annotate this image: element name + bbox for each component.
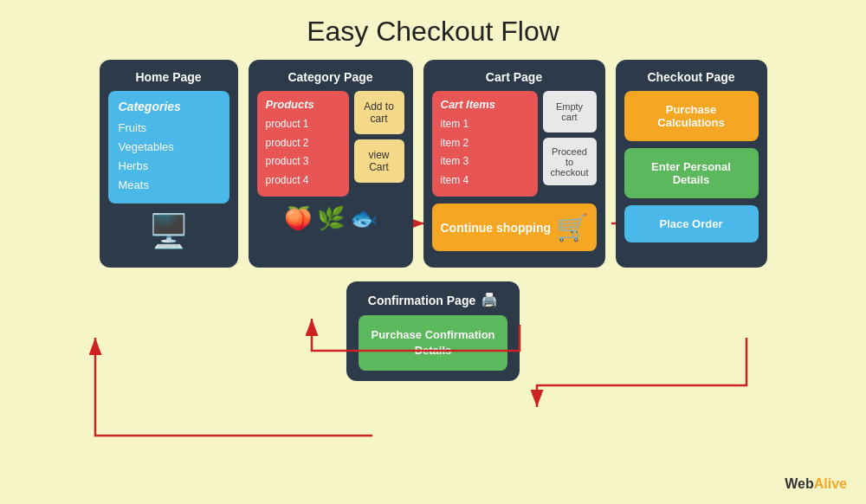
cart-items-title: Cart Items xyxy=(441,98,529,111)
product-item-1: product 1 xyxy=(266,115,340,134)
category-item-fruits: Fruits xyxy=(119,119,219,138)
brand-web: Web xyxy=(785,476,813,491)
checkout-buttons: Purchase Calculations Enter Personal Det… xyxy=(624,91,759,242)
herb-emoji: 🌿 xyxy=(317,205,345,232)
checkout-page-card: Checkout Page Purchase Calculations Ente… xyxy=(616,60,767,268)
brand-alive: Alive xyxy=(814,476,847,491)
category-buttons: Add to cart view Cart xyxy=(354,91,404,197)
continue-shopping-text: Continue shopping xyxy=(441,220,552,236)
fish-emoji: 🐟 xyxy=(350,205,378,232)
cart-inner: Cart Items item 1 item 2 item 3 item 4 E… xyxy=(432,91,597,197)
products-box: Products product 1 product 2 product 3 p… xyxy=(257,91,349,197)
cart-buttons: Empty cart Proceed to checkout xyxy=(543,91,597,197)
empty-cart-button[interactable]: Empty cart xyxy=(543,91,597,132)
receipt-icon: 🖨️ xyxy=(481,292,498,308)
cart-item-2: item 2 xyxy=(441,134,529,153)
page-title: Easy Checkout Flow xyxy=(0,0,866,60)
add-to-cart-button[interactable]: Add to cart xyxy=(354,91,404,134)
categories-box: Categories Fruits Vegetables Herbs Meats xyxy=(108,91,229,204)
confirmation-page-card: Confirmation Page 🖨️ Purchase Confirmati… xyxy=(346,281,520,381)
category-inner: Products product 1 product 2 product 3 p… xyxy=(257,91,404,197)
product-emojis: 🍑 🌿 🐟 xyxy=(257,205,404,232)
product-item-3: product 3 xyxy=(266,152,340,171)
category-page-card: Category Page Products product 1 product… xyxy=(249,60,413,268)
view-cart-button[interactable]: view Cart xyxy=(354,139,404,183)
continue-shopping-button[interactable]: Continue shopping 🛒 xyxy=(432,204,597,251)
categories-list: Fruits Vegetables Herbs Meats xyxy=(119,119,219,195)
fruit-emoji: 🍑 xyxy=(284,205,312,232)
products-list: product 1 product 2 product 3 product 4 xyxy=(266,115,340,190)
confirmation-section: Confirmation Page 🖨️ Purchase Confirmati… xyxy=(0,281,866,381)
products-title: Products xyxy=(266,98,340,111)
place-order-button[interactable]: Place Order xyxy=(624,205,759,242)
cart-item-4: item 4 xyxy=(441,171,529,191)
category-item-meats: Meats xyxy=(119,176,219,195)
cart-item-3: item 3 xyxy=(441,152,529,171)
branding: WebAlive xyxy=(785,476,847,492)
category-item-herbs: Herbs xyxy=(119,157,219,176)
cart-page-title: Cart Page xyxy=(432,70,597,84)
home-page-card: Home Page Categories Fruits Vegetables H… xyxy=(100,60,238,268)
categories-title: Categories xyxy=(119,100,219,113)
checkout-page-title: Checkout Page xyxy=(624,70,759,84)
confirmation-title-row: Confirmation Page 🖨️ xyxy=(359,292,507,308)
category-item-vegetables: Vegetables xyxy=(119,138,219,157)
purchase-calculations-button[interactable]: Purchase Calculations xyxy=(624,91,759,141)
category-page-title: Category Page xyxy=(257,70,404,84)
proceed-to-checkout-button[interactable]: Proceed to checkout xyxy=(543,138,597,185)
cart-item-1: item 1 xyxy=(441,115,529,134)
confirmation-details-button[interactable]: Purchase Confirmation Details xyxy=(359,315,507,371)
flow-diagram: Home Page Categories Fruits Vegetables H… xyxy=(0,60,866,268)
confirmation-page-title: Confirmation Page xyxy=(368,294,475,307)
product-item-2: product 2 xyxy=(266,134,340,153)
product-item-4: product 4 xyxy=(266,171,340,191)
enter-personal-details-button[interactable]: Enter Personal Details xyxy=(624,148,759,198)
home-page-title: Home Page xyxy=(108,70,229,84)
computer-icon: 🖥️ xyxy=(108,212,229,250)
cart-items-box: Cart Items item 1 item 2 item 3 item 4 xyxy=(432,91,538,197)
cart-page-card: Cart Page Cart Items item 1 item 2 item … xyxy=(423,60,605,268)
cart-items-list: item 1 item 2 item 3 item 4 xyxy=(441,115,529,190)
shopping-cart-icon: 🛒 xyxy=(556,212,588,242)
